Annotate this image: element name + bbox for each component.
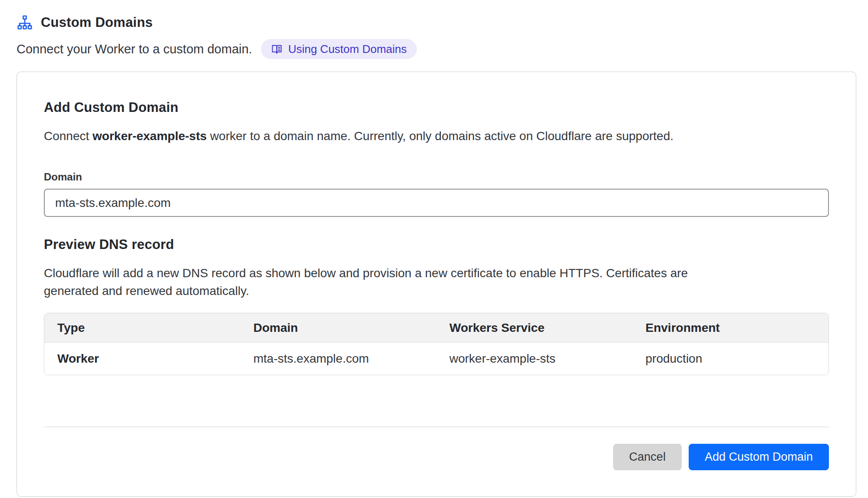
card-footer: Cancel Add Custom Domain (44, 444, 829, 470)
page-header: Custom Domains (17, 12, 856, 33)
cell-domain: mta-sts.example.com (241, 352, 437, 366)
card-description: Connect worker-example-sts worker to a d… (44, 129, 829, 143)
preview-dns-heading: Preview DNS record (44, 237, 829, 252)
sitemap-icon (17, 14, 33, 31)
page-subtitle-row: Connect your Worker to a custom domain. … (17, 38, 856, 60)
domain-input[interactable] (44, 189, 829, 217)
column-header-type: Type (44, 321, 241, 335)
cancel-button[interactable]: Cancel (613, 444, 682, 470)
worker-name: worker-example-sts (92, 129, 207, 143)
footer-divider (44, 426, 829, 427)
page-title: Custom Domains (41, 15, 153, 30)
book-open-icon (271, 43, 283, 55)
page-subtitle: Connect your Worker to a custom domain. (17, 42, 252, 56)
description-suffix: worker to a domain name. Currently, only… (207, 129, 673, 143)
cell-type: Worker (44, 352, 241, 366)
custom-domains-page: Custom Domains Connect your Worker to a … (0, 0, 868, 497)
cell-workers-service: worker-example-sts (436, 352, 633, 366)
card-heading: Add Custom Domain (44, 100, 829, 115)
doc-link-label: Using Custom Domains (288, 43, 407, 56)
description-prefix: Connect (44, 129, 92, 143)
column-header-environment: Environment (633, 321, 829, 335)
column-header-workers-service: Workers Service (436, 321, 633, 335)
table-row: Worker mta-sts.example.com worker-exampl… (44, 343, 828, 375)
table-header-row: Type Domain Workers Service Environment (44, 313, 828, 343)
add-custom-domain-card: Add Custom Domain Connect worker-example… (17, 72, 856, 497)
preview-dns-description: Cloudflare will add a new DNS record as … (44, 265, 691, 300)
column-header-domain: Domain (241, 321, 437, 335)
using-custom-domains-doc-link[interactable]: Using Custom Domains (261, 39, 417, 59)
domain-field-label: Domain (44, 171, 829, 183)
cell-environment: production (633, 352, 829, 366)
add-custom-domain-button[interactable]: Add Custom Domain (689, 444, 829, 470)
dns-preview-table: Type Domain Workers Service Environment … (44, 313, 829, 375)
